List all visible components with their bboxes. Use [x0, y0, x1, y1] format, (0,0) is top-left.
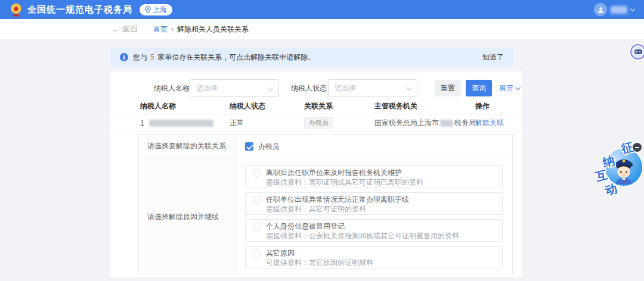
- page: 全国统一规范电子税务局 上海 ← 返回 首页 › 解除相关人员关联关系 i: [0, 0, 644, 281]
- col-header-relation: 关联关系: [304, 99, 333, 114]
- reason-option-2[interactable]: 任职单位出现异常情况无法正常办理离职手续 需提供资料：其它可证明的资料: [245, 192, 503, 215]
- app-title: 全国统一规范电子税务局: [27, 4, 132, 15]
- location-pin-icon: [145, 6, 151, 13]
- reason-select-row: 请选择解除原因并继续 离职后原任职单位未及时报告税务机关维护 需提供资料：离职证…: [139, 159, 512, 275]
- chevron-down-icon: [268, 85, 274, 91]
- expand-toggle[interactable]: 展开: [499, 80, 520, 96]
- remove-relation-link[interactable]: 解除关联: [475, 118, 504, 128]
- reason-select-label: 请选择解除原因并继续: [139, 159, 236, 275]
- table-header-row: 纳税人名称 纳税人状态 关联关系 主管税务机关 操作: [110, 99, 522, 114]
- content-card: 纳税人名称 请选择 纳税人状态 请选择 重置 查询 展开 纳税人名称 纳税人状态…: [110, 71, 522, 277]
- reason-title: 任职单位出现异常情况无法正常办理离职手续: [266, 195, 409, 204]
- reason-title: 离职后原任职单位未及时报告税务机关维护: [266, 168, 402, 177]
- col-header-action: 操作: [475, 99, 490, 114]
- robot-face-icon: [634, 49, 642, 54]
- mascot-minimize-button[interactable]: [633, 143, 642, 152]
- reason-select-cell: 离职后原任职单位未及时报告税务机关维护 需提供资料：离职证明或其它可证明已离职的…: [237, 159, 512, 275]
- reason-title: 个人身份信息被冒用登记: [266, 221, 345, 231]
- notice-text-suffix: 家单位存在关联关系，可点击解除关联申请解除。: [156, 53, 315, 61]
- radio-icon[interactable]: [253, 249, 261, 257]
- taxpayer-name-placeholder: 请选择: [196, 84, 218, 92]
- cell-action: 解除关联: [475, 114, 504, 132]
- notice-count: 5: [149, 53, 156, 61]
- chat-robot-icon[interactable]: [630, 44, 644, 60]
- chevron-down-icon: [406, 85, 412, 91]
- notice-text-prefix: 您与: [133, 53, 149, 61]
- notice-text: 您与 5 家单位存在关联关系，可点击解除关联申请解除。: [133, 52, 315, 63]
- reason-title: 其它原因: [266, 248, 295, 258]
- taxpayer-status-placeholder: 请选择: [335, 84, 356, 92]
- reason-desc: 需提供资料：离职证明或其它可证明已离职的资料: [266, 177, 423, 187]
- taxpayer-name-redacted: [149, 120, 213, 127]
- table-row: 1 正常 办税员 国家税务总局上海市 税务局 解除关联: [110, 114, 522, 132]
- relation-select-label: 请选择要解除的关联关系: [139, 135, 236, 158]
- checkbox-checked-icon[interactable]: [245, 142, 253, 151]
- user-menu[interactable]: [594, 3, 634, 16]
- breadcrumb-home[interactable]: 首页: [153, 24, 168, 35]
- reset-button[interactable]: 重置: [435, 80, 461, 96]
- app-header: 全国统一规范电子税务局 上海: [0, 0, 644, 19]
- cell-authority: 国家税务总局上海市 税务局: [374, 114, 476, 132]
- relation-checkbox-item[interactable]: 办税员: [237, 135, 512, 158]
- row-index: 1: [140, 119, 144, 127]
- cell-taxpayer-name: 1: [140, 114, 213, 132]
- relation-select-row: 请选择要解除的关联关系 办税员: [139, 135, 512, 158]
- back-label: 返回: [122, 24, 138, 35]
- back-arrow-icon: ←: [112, 25, 119, 34]
- breadcrumb: ← 返回 首页 › 解除相关人员关联关系: [0, 19, 644, 39]
- back-button[interactable]: ← 返回: [112, 24, 138, 35]
- interaction-mascot-widget[interactable]: 征 纳 互 动: [587, 138, 644, 207]
- expand-label: 展开: [499, 80, 513, 96]
- relation-checkbox-label: 办税员: [258, 142, 280, 152]
- relation-badge: 办税员: [304, 117, 333, 129]
- radio-icon[interactable]: [253, 223, 261, 230]
- taxpayer-status-label: 纳税人状态: [291, 79, 327, 97]
- taxpayer-status-select[interactable]: 请选择: [328, 79, 417, 97]
- authority-prefix: 国家税务总局上海市: [374, 118, 439, 128]
- col-header-authority: 主管税务机关: [374, 99, 417, 114]
- reason-option-4[interactable]: 其它原因 可提供资料：其它原因的证明材料: [245, 246, 503, 268]
- breadcrumb-current: 解除相关人员关联关系: [177, 24, 249, 35]
- reason-desc: 需提供资料：其它可证明的资料: [266, 204, 366, 214]
- reason-desc: 需提供资料：公安机关接报案回执或其它可证明被冒用的资料: [266, 231, 459, 241]
- user-avatar-icon: [594, 3, 607, 16]
- tax-emblem-logo: [10, 2, 23, 17]
- location-switcher[interactable]: 上海: [140, 4, 172, 15]
- radio-icon[interactable]: [253, 196, 261, 204]
- taxpayer-name-label: 纳税人名称: [154, 79, 190, 97]
- chevron-down-icon: [516, 85, 521, 90]
- notice-banner: i 您与 5 家单位存在关联关系，可点击解除关联申请解除。 知道了: [110, 48, 513, 67]
- info-icon: i: [120, 53, 128, 61]
- radio-icon[interactable]: [253, 169, 261, 177]
- breadcrumb-separator-icon: ›: [171, 25, 174, 33]
- dismiss-button[interactable]: 知道了: [482, 52, 504, 63]
- chevron-down-icon: [630, 6, 635, 11]
- reason-option-1[interactable]: 离职后原任职单位未及时报告税务机关维护 需提供资料：离职证明或其它可证明已离职的…: [245, 166, 503, 188]
- minus-icon: [635, 147, 639, 148]
- cell-relation: 办税员: [304, 114, 333, 132]
- taxpayer-name-select[interactable]: 请选择: [190, 79, 279, 97]
- authority-redacted: [440, 120, 453, 127]
- col-header-taxpayer-name: 纳税人名称: [140, 99, 176, 114]
- query-button[interactable]: 查询: [466, 80, 492, 96]
- col-header-taxpayer-status: 纳税人状态: [230, 99, 265, 114]
- authority-suffix: 税务局: [454, 118, 476, 128]
- user-name-redacted: [611, 6, 627, 14]
- detail-panel: 请选择要解除的关联关系 办税员 请选择解除原因并继续 离职后原任职单位未及时报告…: [138, 134, 513, 274]
- reason-desc: 可提供资料：其它原因的证明材料: [266, 258, 373, 267]
- location-label: 上海: [153, 5, 167, 15]
- relation-select-cell: 办税员: [237, 135, 512, 158]
- cell-taxpayer-status: 正常: [230, 114, 244, 132]
- reason-option-3[interactable]: 个人身份信息被冒用登记 需提供资料：公安机关接报案回执或其它可证明被冒用的资料: [245, 219, 503, 242]
